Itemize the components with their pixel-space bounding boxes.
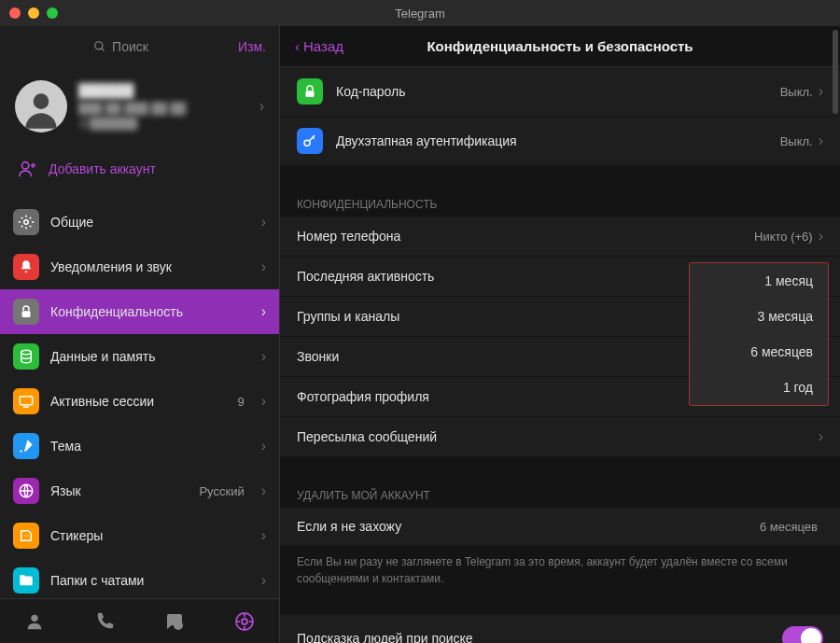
- content-panel: ‹ Назад Конфиденциальность и безопасност…: [280, 26, 840, 643]
- sidebar-item-1[interactable]: Уведомления и звук›: [0, 245, 279, 289]
- chevron-right-icon: ›: [819, 133, 823, 149]
- brush-icon: [13, 433, 39, 459]
- row-value: 6 месяцев: [760, 520, 818, 534]
- chevron-right-icon: ›: [261, 393, 266, 410]
- row-label: Если я не захожу: [297, 519, 760, 534]
- row-label: Двухэтапная аутентификация: [336, 133, 780, 148]
- row-label: Код-пароль: [336, 84, 780, 99]
- svg-point-16: [32, 614, 38, 621]
- sidebar-item-0[interactable]: Общие›: [0, 200, 279, 245]
- lang-icon: [13, 478, 39, 504]
- profile-phone: ███ ██ ███ ██ ██: [78, 102, 248, 115]
- content-header: ‹ Назад Конфиденциальность и безопасност…: [280, 26, 840, 67]
- sidebar-item-value: 9: [237, 395, 244, 409]
- lock-icon: [297, 78, 323, 105]
- titlebar: Telegram: [0, 0, 840, 26]
- maximize-window[interactable]: [47, 7, 58, 19]
- chevron-right-icon: ›: [819, 228, 823, 245]
- svg-point-0: [95, 42, 103, 49]
- profile-username: @██████: [78, 117, 248, 130]
- close-window[interactable]: [9, 7, 21, 19]
- svg-point-2: [34, 93, 49, 109]
- sidebar-item-4[interactable]: Активные сессии9›: [0, 379, 279, 424]
- duration-popup: 1 месяц3 месяца6 месяцев1 год: [689, 262, 829, 406]
- gear-icon: [13, 209, 39, 235]
- chevron-right-icon: ›: [261, 527, 266, 544]
- profile-name: ██████: [78, 83, 248, 98]
- folder-icon: [13, 567, 39, 594]
- tab-chats[interactable]: [161, 608, 188, 635]
- privacy-row[interactable]: Пересылка сообщений›: [280, 417, 840, 457]
- svg-point-12: [24, 535, 26, 537]
- delete-account-row[interactable]: Если я не захожу6 месяцев: [280, 508, 840, 546]
- row-label: Пересылка сообщений: [297, 429, 819, 444]
- sidebar-tabs: [0, 598, 279, 643]
- add-account-button[interactable]: Добавить аккаунт: [0, 146, 279, 192]
- window-title: Telegram: [395, 7, 444, 21]
- sticker-icon: [13, 523, 39, 549]
- popup-option[interactable]: 3 месяца: [690, 299, 828, 334]
- svg-point-25: [304, 140, 310, 146]
- add-user-icon: [17, 159, 37, 179]
- row-label: Номер телефона: [297, 229, 754, 244]
- security-row[interactable]: Код-парольВыкл.›: [280, 67, 840, 117]
- row-label: Подсказка людей при поиске: [297, 631, 782, 643]
- sidebar-item-label: Данные и память: [50, 349, 250, 364]
- sidebar-item-label: Тема: [50, 439, 250, 454]
- tab-settings[interactable]: [231, 608, 258, 635]
- svg-rect-7: [22, 311, 31, 317]
- svg-rect-24: [306, 91, 315, 97]
- sidebar-item-label: Уведомления и звук: [50, 259, 250, 274]
- toggle-switch[interactable]: [782, 626, 823, 643]
- tab-contacts[interactable]: [21, 608, 48, 635]
- sidebar-item-value: Русский: [199, 484, 244, 498]
- popup-option[interactable]: 1 год: [690, 370, 828, 405]
- sidebar-item-label: Активные сессии: [50, 394, 226, 409]
- search-icon: [93, 40, 106, 53]
- chevron-right-icon: ›: [259, 98, 264, 115]
- chevron-right-icon: ›: [261, 438, 266, 454]
- chevron-right-icon: ›: [819, 428, 823, 445]
- lock-icon: [13, 299, 39, 325]
- search-input[interactable]: Поиск: [13, 39, 229, 54]
- privacy-row[interactable]: Номер телефонаНикто (+6)›: [280, 217, 840, 257]
- chevron-right-icon: ›: [261, 482, 266, 499]
- tab-calls[interactable]: [91, 608, 118, 635]
- db-icon: [13, 343, 39, 370]
- scrollbar[interactable]: [833, 67, 838, 114]
- popup-option[interactable]: 6 месяцев: [690, 334, 828, 370]
- sidebar-item-label: Конфиденциальность: [50, 304, 250, 319]
- profile-row[interactable]: ██████ ███ ██ ███ ██ ██ @██████ ›: [0, 67, 279, 146]
- traffic-lights: [9, 7, 58, 19]
- security-row[interactable]: Двухэтапная аутентификацияВыкл.›: [280, 117, 840, 166]
- sidebar-item-7[interactable]: Стикеры›: [0, 513, 279, 558]
- row-value: Выкл.: [780, 85, 813, 99]
- chevron-right-icon: ›: [261, 303, 266, 320]
- page-title: Конфиденциальность и безопасность: [427, 38, 693, 54]
- section-header: КОНФИДЕНЦИАЛЬНОСТЬ: [280, 190, 840, 217]
- sidebar-item-2[interactable]: Конфиденциальность›: [0, 289, 279, 334]
- sidebar-item-label: Язык: [50, 483, 188, 498]
- sidebar-item-6[interactable]: ЯзыкРусский›: [0, 468, 279, 513]
- svg-point-6: [24, 220, 29, 225]
- sessions-icon: [13, 388, 39, 414]
- bell-icon: [13, 254, 39, 280]
- svg-point-19: [242, 619, 247, 624]
- chevron-right-icon: ›: [261, 214, 266, 231]
- row-value: Выкл.: [780, 134, 813, 148]
- search-placeholder: Поиск: [112, 39, 148, 54]
- edit-button[interactable]: Изм.: [238, 39, 266, 54]
- minimize-window[interactable]: [28, 7, 39, 19]
- add-account-label: Добавить аккаунт: [49, 161, 156, 176]
- sidebar-item-5[interactable]: Тема›: [0, 424, 279, 468]
- popup-option[interactable]: 1 месяц: [690, 263, 828, 299]
- row-value: Никто (+6): [754, 230, 813, 244]
- back-button[interactable]: ‹ Назад: [295, 38, 343, 54]
- sidebar-item-8[interactable]: Папки с чатами›: [0, 558, 279, 598]
- sidebar: Поиск Изм. ██████ ███ ██ ███ ██ ██ @████…: [0, 26, 280, 643]
- svg-rect-9: [20, 397, 33, 405]
- sidebar-item-label: Общие: [50, 215, 250, 230]
- sidebar-item-3[interactable]: Данные и память›: [0, 334, 279, 379]
- chevron-right-icon: ›: [261, 348, 266, 365]
- suggest-people-row[interactable]: Подсказка людей при поиске: [280, 615, 840, 643]
